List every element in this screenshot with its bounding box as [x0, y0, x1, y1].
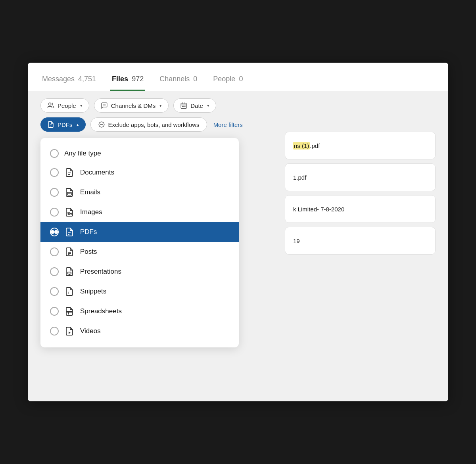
filetype-documents-label: Documents: [80, 169, 114, 176]
date-filter-button[interactable]: Date ▾: [173, 98, 216, 113]
svg-marker-30: [69, 332, 71, 334]
filetype-pdfs[interactable]: PDFs: [40, 222, 239, 242]
pdfs-filter-label: PDFs: [58, 121, 73, 128]
content-area: Any file type Documents: [28, 132, 448, 401]
filetype-images-label: Images: [80, 208, 102, 216]
channels-chevron-icon: ▾: [159, 103, 162, 108]
filter-bar: People ▾ Channels & DMs ▾: [28, 91, 448, 132]
pdfs-chevron-icon: ▴: [77, 122, 79, 127]
date-chevron-icon: ▾: [207, 103, 209, 108]
radio-presentations: [50, 267, 59, 276]
svg-point-0: [49, 103, 51, 105]
filetype-videos[interactable]: Videos: [40, 321, 239, 341]
filetype-snippets-label: Snippets: [80, 288, 106, 295]
radio-spreadsheets: [50, 307, 59, 316]
radio-posts: [50, 247, 59, 256]
filter-row-2: PDFs ▴ Exclude apps, bots, and workflows…: [40, 117, 436, 132]
images-icon: [64, 207, 75, 217]
file-card-1[interactable]: ns (1).pdf: [285, 132, 436, 159]
filetype-any[interactable]: Any file type: [40, 144, 239, 163]
file-type-dropdown: Any file type Documents: [40, 138, 239, 347]
tab-messages[interactable]: Messages 4,751: [40, 75, 98, 91]
pdf-active-icon: [47, 121, 54, 128]
filetype-snippets[interactable]: T Snippets: [40, 282, 239, 301]
documents-icon: [64, 167, 75, 178]
filetype-spreadsheets-label: Spreadsheets: [80, 307, 122, 315]
filter-row-1: People ▾ Channels & DMs ▾: [40, 98, 436, 113]
date-filter-label: Date: [190, 102, 203, 109]
filetype-posts-label: Posts: [80, 248, 97, 256]
radio-pdfs: [50, 228, 59, 236]
people-filter-label: People: [58, 102, 76, 109]
filetype-presentations-label: Presentations: [80, 268, 121, 276]
filetype-emails-label: Emails: [80, 188, 100, 196]
tab-files[interactable]: Files 972: [110, 75, 145, 91]
svg-rect-24: [68, 272, 71, 274]
people-filter-button[interactable]: People ▾: [40, 98, 89, 113]
file-name-1: .pdf: [310, 142, 320, 149]
tab-bar: Messages 4,751 Files 972 Channels 0 Peop…: [28, 63, 448, 91]
radio-videos: [50, 327, 59, 336]
calendar-icon: [180, 102, 187, 109]
presentations-icon: [64, 267, 75, 277]
svg-text:T: T: [68, 291, 69, 295]
main-window: Messages 4,751 Files 972 Channels 0 Peop…: [28, 63, 448, 401]
more-filters-label: More filters: [213, 121, 243, 128]
file-card-2[interactable]: 1.pdf: [285, 163, 436, 191]
tab-people[interactable]: People 0: [211, 75, 244, 91]
videos-icon: [64, 326, 75, 336]
radio-snippets: [50, 287, 59, 296]
exclude-filter-label: Exclude apps, bots, and workflows: [108, 121, 200, 128]
filetype-emails[interactable]: Emails: [40, 182, 239, 202]
filetype-documents[interactable]: Documents: [40, 163, 239, 182]
people-chevron-icon: ▾: [80, 103, 83, 108]
radio-images: [50, 208, 59, 217]
channels-filter-button[interactable]: Channels & DMs ▾: [94, 98, 169, 113]
file-name-4: 19: [293, 238, 300, 244]
file-name-2: 1.pdf: [293, 174, 306, 181]
filetype-videos-label: Videos: [80, 327, 101, 335]
more-filters-button[interactable]: More filters: [212, 118, 244, 131]
minus-circle-icon: [98, 121, 105, 128]
file-name-3: k Limited- 7-8-2020: [293, 206, 344, 213]
highlight-1: ns (1): [293, 142, 310, 150]
pdfs-filter-button[interactable]: PDFs ▴: [40, 117, 86, 132]
filetype-images[interactable]: Images: [40, 202, 239, 222]
radio-emails: [50, 188, 59, 197]
svg-rect-8: [182, 106, 183, 107]
filetype-presentations[interactable]: Presentations: [40, 262, 239, 282]
file-results: ns (1).pdf 1.pdf k Limited- 7-8-2020 19: [285, 132, 436, 255]
pdfs-icon: [64, 227, 75, 237]
channels-filter-label: Channels & DMs: [111, 102, 156, 109]
posts-icon: [64, 247, 75, 257]
svg-rect-9: [184, 106, 184, 107]
filetype-posts[interactable]: Posts: [40, 242, 239, 262]
snippets-icon: T: [64, 286, 75, 297]
spreadsheets-icon: [64, 306, 75, 316]
people-icon: [47, 102, 54, 109]
filetype-spreadsheets[interactable]: Spreadsheets: [40, 301, 239, 321]
file-card-3[interactable]: k Limited- 7-8-2020: [285, 195, 436, 223]
channels-icon: [101, 102, 108, 109]
emails-icon: [64, 187, 75, 197]
svg-rect-10: [185, 106, 186, 107]
filetype-any-label: Any file type: [64, 150, 101, 157]
radio-documents: [50, 168, 59, 177]
exclude-filter-button[interactable]: Exclude apps, bots, and workflows: [90, 117, 207, 132]
file-card-4[interactable]: 19: [285, 227, 436, 255]
radio-any: [50, 149, 59, 158]
filetype-pdfs-label: PDFs: [80, 228, 97, 236]
tab-channels[interactable]: Channels 0: [158, 75, 199, 91]
